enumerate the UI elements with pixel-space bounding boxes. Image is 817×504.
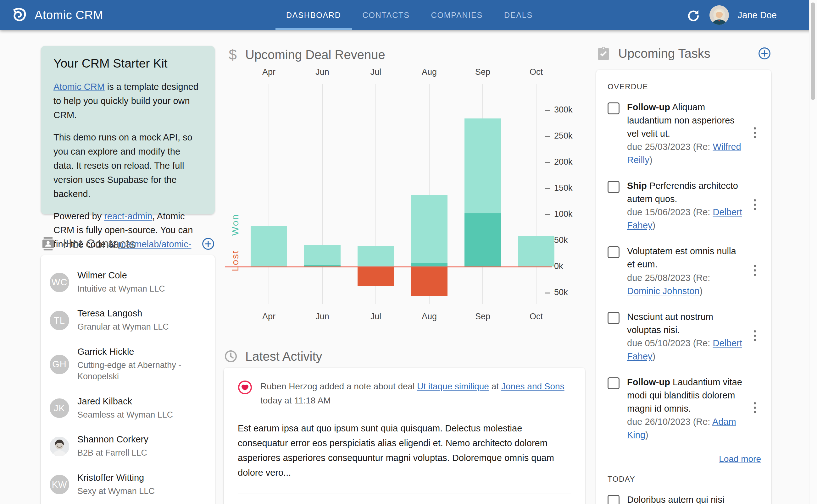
tab-contacts[interactable]: CONTACTS xyxy=(352,0,420,30)
task-checkbox[interactable] xyxy=(607,495,620,504)
activity-note-text: Est earum ipsa aut quo ipsum sunt quia q… xyxy=(238,421,571,480)
kebab-menu-icon[interactable] xyxy=(750,198,760,213)
tab-dashboard[interactable]: DASHBOARD xyxy=(276,0,352,30)
contact-avatar: JK xyxy=(50,398,69,418)
clipboard-check-icon xyxy=(596,46,611,61)
hot-contacts-header: Hot Contacts xyxy=(41,234,215,254)
contact-row[interactable]: JKJared KilbackSeamless at Wyman LLC xyxy=(41,389,215,427)
tab-deals[interactable]: DEALS xyxy=(493,0,543,30)
inline-text: Powered by xyxy=(53,211,104,221)
tab-companies[interactable]: COMPANIES xyxy=(420,0,493,30)
bar-lost[interactable] xyxy=(358,266,394,286)
y-tick-label: 50k xyxy=(554,288,582,297)
contact-photo xyxy=(50,437,69,456)
appbar-right: Jane Doe xyxy=(686,0,777,30)
bar-expected[interactable] xyxy=(411,195,447,263)
load-more-link[interactable]: Load more xyxy=(719,454,761,464)
contact-row[interactable]: KWKristoffer WittingSexy at Wyman LLC xyxy=(41,466,215,504)
month-label: Jul xyxy=(357,312,395,321)
bar-expected[interactable] xyxy=(518,236,554,266)
month-label: Aug xyxy=(410,312,448,321)
task-item: Follow-up Aliquam laudantium non asperio… xyxy=(607,101,763,167)
y-tick-label: 300k xyxy=(554,105,582,115)
contact-name: Garrick Hickle xyxy=(77,347,206,357)
task-text: Voluptatem est omnis nulla et eum. xyxy=(627,244,743,271)
kebab-menu-icon[interactable] xyxy=(750,126,760,141)
bar-won[interactable] xyxy=(411,263,447,266)
bar-lost[interactable] xyxy=(411,266,447,296)
month-label: Aug xyxy=(410,67,448,77)
won-axis-label: Won xyxy=(230,204,241,245)
month-label: Sep xyxy=(464,312,502,321)
lost-axis-label: Lost xyxy=(230,240,241,281)
contact-text: Garrick HickleCutting-edge at Abernathy … xyxy=(77,347,206,382)
bar-expected[interactable] xyxy=(304,245,341,265)
task-item: Voluptatem est omnis nulla et eum.due 25… xyxy=(607,244,763,297)
add-task-button[interactable] xyxy=(758,47,771,60)
contact-row[interactable]: TLTeresa LangoshGranular at Wyman LLC xyxy=(41,301,215,339)
month-label: Jul xyxy=(357,67,395,77)
user-avatar[interactable] xyxy=(710,5,729,25)
task-checkbox[interactable] xyxy=(607,102,620,114)
revenue-plot: Won Lost AprAprJunJunJulJulAugAugSepSepO… xyxy=(224,44,585,336)
clock-icon xyxy=(224,349,238,363)
task-content: Doloribus autem qui nisi veniam vel libe… xyxy=(627,493,743,504)
scrollbar-track[interactable] xyxy=(809,0,817,504)
bar-expected[interactable] xyxy=(464,118,501,213)
contact-text: Wilmer ColeIntuitive at Wyman LLC xyxy=(77,270,165,294)
contact-name: Kristoffer Witting xyxy=(77,473,155,483)
contact-text: Teresa LangoshGranular at Wyman LLC xyxy=(77,308,169,332)
atomic-crm-logo-icon xyxy=(11,7,28,23)
latest-activity-title: Latest Activity xyxy=(245,349,585,364)
task-type: Follow-up xyxy=(627,377,670,387)
latest-activity-card: Ruben Herzog added a note about deal Ut … xyxy=(224,368,585,504)
contact-subtitle: Intuitive at Wyman LLC xyxy=(77,283,165,294)
scrollbar-thumb[interactable] xyxy=(811,3,815,100)
gridline xyxy=(269,84,269,304)
y-tick-label: 50k xyxy=(554,235,582,245)
deal-note-icon xyxy=(238,380,252,395)
task-text: Follow-up Aliquam laudantium non asperio… xyxy=(627,101,743,140)
gridline xyxy=(322,84,323,304)
month-label: Oct xyxy=(517,67,555,77)
contact-subtitle: B2B at Farrell LLC xyxy=(77,447,148,458)
contact-row[interactable]: WCWilmer ColeIntuitive at Wyman LLC xyxy=(41,263,215,301)
month-label: Jun xyxy=(304,67,341,77)
hot-contacts-title: Hot Contacts xyxy=(63,237,201,251)
task-checkbox[interactable] xyxy=(607,181,620,193)
task-text: Follow-up Laudantium vitae modi qui blan… xyxy=(627,375,743,415)
contact-avatar: TL xyxy=(50,311,69,330)
contact-name: Teresa Langosh xyxy=(77,308,169,319)
contact-row[interactable]: GHGarrick HickleCutting-edge at Abernath… xyxy=(41,340,215,389)
bar-expected[interactable] xyxy=(358,246,394,266)
task-item: Doloribus autem qui nisi veniam vel libe… xyxy=(607,493,763,504)
task-checkbox[interactable] xyxy=(607,246,620,258)
kebab-menu-icon[interactable] xyxy=(750,264,760,278)
due-suffix: ) xyxy=(653,220,656,230)
refresh-icon[interactable] xyxy=(686,8,701,22)
jane-doe-photo xyxy=(710,5,729,25)
latest-activity-header: Latest Activity xyxy=(224,348,585,365)
task-checkbox[interactable] xyxy=(607,312,620,324)
activity-list: Ruben Herzog added a note about deal Ut … xyxy=(238,380,571,504)
task-item: Follow-up Laudantium vitae modi qui blan… xyxy=(607,375,763,441)
inline-link[interactable]: Jones and Sons xyxy=(501,381,564,391)
contact-row[interactable]: Shannon CorkeryB2B at Farrell LLC xyxy=(41,427,215,465)
add-contact-button[interactable] xyxy=(201,237,215,250)
contact-avatar xyxy=(50,437,69,456)
inline-link[interactable]: Atomic CRM xyxy=(53,82,105,92)
inline-link[interactable]: react-admin xyxy=(104,211,152,221)
bar-won[interactable] xyxy=(464,213,501,266)
month-label: Sep xyxy=(464,67,502,77)
starter-paragraph: This demo runs on a mock API, so you can… xyxy=(53,130,202,201)
task-checkbox[interactable] xyxy=(607,377,620,389)
kebab-menu-icon[interactable] xyxy=(750,329,760,344)
kebab-menu-icon[interactable] xyxy=(750,401,760,416)
task-contact-link[interactable]: Dominic Johnston xyxy=(627,286,700,296)
bar-expected[interactable] xyxy=(251,226,287,266)
starter-kit-title: Your CRM Starter Kit xyxy=(53,57,202,70)
inline-link[interactable]: Ut itaque similique xyxy=(417,381,489,391)
task-type: Ship xyxy=(627,181,647,191)
zero-line xyxy=(225,266,552,267)
task-content: Voluptatem est omnis nulla et eum.due 25… xyxy=(627,244,743,297)
